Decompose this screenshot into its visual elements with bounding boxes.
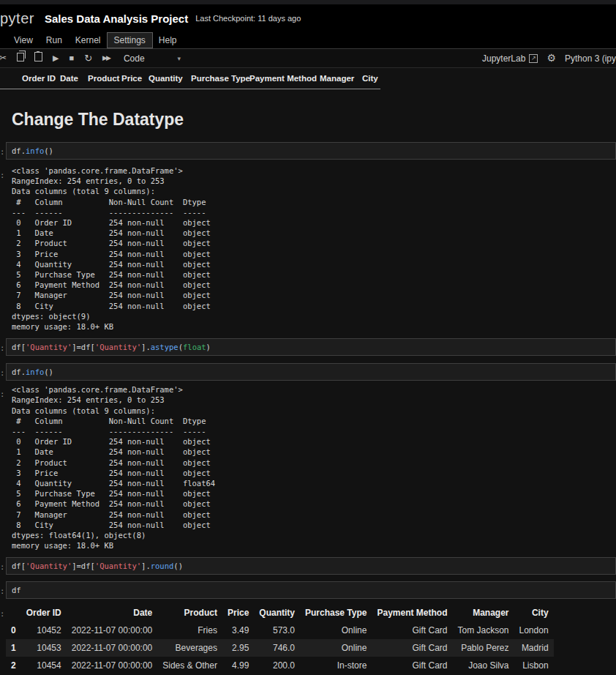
table-row: 0104522022-11-07 00:00:00Fries3.49573.0O… (6, 622, 554, 639)
df-cell: 2022-11-07 00:00:00 (67, 657, 158, 674)
menu-help[interactable]: Help (152, 33, 184, 48)
restart-kernel-icon[interactable]: ↻ (79, 49, 97, 67)
dataframe-header-row: Order IDDateProductPriceQuantityPurchase… (0, 72, 380, 89)
df-row-index: 0 (6, 622, 21, 639)
dataframe-table: Order IDDateProductPriceQuantityPurchase… (6, 604, 554, 674)
output-line: <class 'pandas.core.frame.DataFrame'> (12, 165, 211, 176)
code-cell-astype-float[interactable]: df['Quantity']=df['Quantity'].astype(flo… (6, 338, 616, 356)
cell-prompt: : (0, 581, 6, 599)
output-line: 5 Purchase Type 254 non-null object (12, 488, 215, 499)
output-prompt: : (0, 165, 6, 332)
output-line: 7 Manager 254 non-null object (12, 290, 211, 300)
stop-icon[interactable]: ■ (64, 49, 80, 67)
notebook-title[interactable]: Sales Data Analysis Project (45, 12, 188, 25)
code-cell-df-info-1[interactable]: df.info() (6, 142, 616, 160)
output-line: dtypes: float64(1), object(8) (12, 530, 215, 540)
menu-kernel[interactable]: Kernel (69, 33, 108, 48)
output-line: 4 Quantity 254 non-null float64 (12, 478, 215, 488)
df-column-header: Purchase Type (300, 604, 372, 622)
output-line: 4 Quantity 254 non-null object (12, 259, 211, 269)
copy-icon-glyph (17, 53, 24, 61)
code-cell-row: : df['Quantity']=df['Quantity'].astype(f… (0, 338, 616, 356)
checkpoint-status: Last Checkpoint: 11 days ago (195, 14, 301, 23)
jupyterlab-link-label: JupyterLab (482, 53, 525, 64)
output-line: 2 Product 254 non-null object (12, 458, 215, 468)
df-cell: Tom Jackson (452, 622, 514, 639)
output-line: Data columns (total 9 columns): (12, 186, 211, 196)
code-cell-df-info-2[interactable]: df.info() (6, 363, 616, 381)
cell-prompt: : (0, 338, 6, 356)
paste-icon-glyph (34, 52, 42, 61)
output-line: # Column Non-Null Count Dtype (12, 197, 211, 207)
scrolled-col-header: City (362, 74, 378, 83)
gear-icon[interactable]: ⚙ (546, 49, 556, 67)
df-column-header: Quantity (254, 604, 300, 622)
df-cell: Gift Card (372, 622, 452, 639)
df-column-header (6, 604, 21, 622)
df-cell: In-store (300, 657, 372, 674)
output-row: : <class 'pandas.core.frame.DataFrame'>R… (0, 165, 616, 332)
df-cell: 4.99 (222, 657, 254, 674)
df-cell: 3.49 (222, 622, 254, 639)
output-line: --- ------ -------------- ----- (12, 207, 211, 217)
notebook-area: Order IDDateProductPriceQuantityPurchase… (0, 72, 616, 674)
cell-prompt: : (0, 557, 6, 575)
df-cell: 10452 (21, 622, 67, 639)
output-line: 7 Manager 254 non-null object (12, 510, 215, 520)
scrolled-col-header: Order ID (22, 74, 56, 83)
df-row-index: 2 (6, 657, 21, 674)
menu-view[interactable]: View (7, 33, 40, 48)
menu-settings[interactable]: Settings (108, 33, 152, 48)
df-cell: 2022-11-07 00:00:00 (67, 639, 158, 657)
output-line: 6 Payment Method 254 non-null object (12, 499, 215, 509)
cut-icon[interactable]: ✂ (0, 49, 12, 67)
cell-type-dropdown[interactable]: Code ▾ (124, 53, 181, 64)
output-line: 6 Payment Method 254 non-null object (12, 280, 211, 290)
df-column-header: City (514, 604, 554, 622)
df-column-header: Product (157, 604, 222, 622)
scrolled-col-header: Payment Method (249, 74, 317, 83)
df-cell: Beverages (157, 639, 222, 657)
output-line: RangeIndex: 254 entries, 0 to 253 (12, 176, 211, 186)
df-cell: Joao Silva (452, 657, 514, 674)
copy-icon[interactable] (12, 49, 29, 67)
df-cell: Madrid (514, 639, 554, 657)
scrolled-col-header: Manager (320, 74, 354, 83)
code-cell-df[interactable]: df (6, 581, 616, 599)
toolbar: ✂ ▶ ■ ↻ ▶▶ Code ▾ JupyterLab ↗ ⚙ Python … (0, 49, 616, 68)
output-line: --- ------ -------------- ----- (12, 426, 215, 436)
output-row: : <class 'pandas.core.frame.DataFrame'>R… (0, 384, 616, 551)
kernel-name[interactable]: Python 3 (ipy (565, 53, 616, 64)
df-cell: Sides & Other (157, 657, 222, 674)
output-line: <class 'pandas.core.frame.DataFrame'> (12, 384, 215, 395)
run-icon[interactable]: ▶ (48, 49, 64, 67)
menu-bar: ViewRunKernelSettingsHelp (0, 32, 616, 49)
df-cell: Gift Card (372, 657, 452, 674)
df-column-header: Date (67, 604, 158, 622)
df-cell: London (514, 622, 554, 639)
df-column-header: Payment Method (372, 604, 452, 622)
cell-prompt: : (0, 363, 6, 381)
output-line: RangeIndex: 254 entries, 0 to 253 (12, 395, 215, 405)
paste-icon[interactable] (29, 49, 48, 67)
scrolled-col-header: Quantity (149, 74, 183, 83)
output-line: Data columns (total 9 columns): (12, 406, 215, 416)
jupyterlab-link[interactable]: JupyterLab ↗ (482, 53, 538, 64)
output-prompt: : (0, 384, 6, 551)
code-cell-row: : df.info() (0, 142, 616, 160)
df-cell: Gift Card (372, 639, 452, 657)
scrolled-col-header: Product (88, 74, 119, 83)
output-line: 5 Purchase Type 254 non-null object (12, 269, 211, 280)
table-header-row: Order IDDateProductPriceQuantityPurchase… (6, 604, 554, 622)
menu-run[interactable]: Run (40, 33, 69, 48)
df-cell: 2.95 (222, 639, 254, 657)
code-cell-round[interactable]: df['Quantity']=df['Quantity'].round() (6, 557, 616, 575)
df-cell: 10454 (21, 657, 67, 674)
df-cell: 2022-11-07 00:00:00 (67, 622, 158, 639)
cell-type-label: Code (124, 53, 145, 64)
df-cell: 573.0 (254, 622, 300, 639)
chevron-down-icon: ▾ (177, 55, 181, 62)
df-cell: Fries (157, 622, 222, 639)
output-prompt: : (0, 604, 6, 674)
restart-run-all-icon[interactable]: ▶▶ (97, 49, 115, 67)
